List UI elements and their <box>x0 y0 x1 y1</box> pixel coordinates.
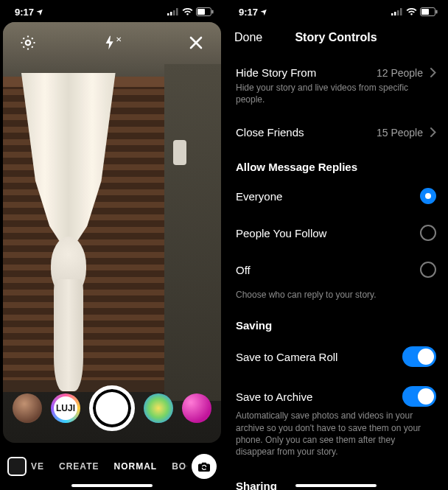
flash-icon[interactable]: ✕ <box>99 29 125 56</box>
battery-icon <box>420 7 438 16</box>
switch-on-icon[interactable] <box>402 346 436 367</box>
svg-rect-14 <box>436 10 438 14</box>
header: Done Story Controls <box>224 22 448 53</box>
row-label: Everyone <box>236 190 282 203</box>
row-label: People You Follow <box>236 227 326 239</box>
svg-rect-3 <box>176 8 178 15</box>
shutter-button[interactable] <box>89 385 135 431</box>
status-time: 9:17 ➤ <box>239 7 267 18</box>
close-icon[interactable] <box>183 29 209 56</box>
row-save-archive[interactable]: Save to Archive Automatically save photo… <box>224 377 448 468</box>
done-button[interactable]: Done <box>234 31 262 44</box>
status-right <box>391 7 438 16</box>
status-right <box>167 7 214 16</box>
home-indicator[interactable] <box>71 484 153 487</box>
chevron-right-icon <box>430 68 436 77</box>
svg-rect-10 <box>397 10 399 15</box>
camera-viewport[interactable]: ✕ LUJI <box>3 22 221 443</box>
svg-point-7 <box>26 41 30 45</box>
svg-rect-2 <box>173 10 175 15</box>
svg-rect-0 <box>167 13 169 15</box>
lens-rainbow-filter[interactable] <box>144 393 173 423</box>
radio-unselected-icon[interactable] <box>420 262 436 278</box>
battery-icon <box>196 7 214 16</box>
location-arrow-icon: ➤ <box>259 7 268 16</box>
wifi-icon <box>406 8 417 16</box>
switch-camera-button[interactable] <box>192 454 217 479</box>
svg-rect-6 <box>212 10 214 14</box>
story-controls-screen: 9:17 ➤ Done Story Controls Hide Story Fr… <box>224 0 448 490</box>
row-label: Save to Archive <box>236 391 312 403</box>
mode-normal[interactable]: NORMAL <box>113 461 157 472</box>
section-allow-replies: Allow Message Replies <box>224 149 448 178</box>
location-arrow-icon: ➤ <box>35 7 44 16</box>
row-close-friends[interactable]: Close Friends 15 People <box>224 116 448 149</box>
lens-carousel[interactable]: LUJI <box>3 385 221 431</box>
row-subtext: Automatically save photos and videos in … <box>236 410 436 458</box>
row-label: Save to Camera Roll <box>236 351 337 363</box>
radio-selected-icon[interactable] <box>420 188 436 204</box>
lens-luji-filter[interactable]: LUJI <box>51 393 80 423</box>
mode-create[interactable]: CREATE <box>59 461 99 472</box>
radio-unselected-icon[interactable] <box>420 225 436 241</box>
cell-signal-icon <box>391 8 403 15</box>
row-label: Hide Story From <box>236 66 316 79</box>
cell-signal-icon <box>167 8 179 15</box>
status-bar: 9:17 ➤ <box>224 0 448 21</box>
camera-preview-image <box>3 22 221 443</box>
row-label: Close Friends <box>236 126 304 139</box>
row-subtext: Hide your story and live videos from spe… <box>236 82 436 105</box>
status-bar: 9:17 ➤ <box>0 0 224 21</box>
wifi-icon <box>182 8 193 16</box>
row-label: Off <box>236 264 251 276</box>
svg-rect-9 <box>394 12 396 15</box>
row-save-camera-roll[interactable]: Save to Camera Roll <box>224 336 448 377</box>
mode-boomerang[interactable]: BOOMERANG <box>172 461 187 472</box>
section-hint: Choose who can reply to your story. <box>224 288 448 307</box>
svg-rect-11 <box>400 8 402 15</box>
lens-face-filter[interactable] <box>13 393 42 423</box>
svg-rect-8 <box>391 13 393 15</box>
svg-rect-13 <box>421 9 429 15</box>
status-time: 9:17 ➤ <box>15 7 43 18</box>
camera-bottom-bar: VE CREATE NORMAL BOOMERANG <box>0 443 224 490</box>
lens-glitter-filter[interactable] <box>182 393 211 423</box>
gallery-button[interactable] <box>7 457 27 476</box>
row-hide-story-from[interactable]: Hide Story From 12 People Hide your stor… <box>224 57 448 116</box>
row-value: 15 People <box>377 127 423 139</box>
row-reply-followed[interactable]: People You Follow <box>224 214 448 251</box>
settings-gear-icon[interactable] <box>15 29 41 56</box>
row-reply-everyone[interactable]: Everyone <box>224 178 448 214</box>
settings-list[interactable]: Hide Story From 12 People Hide your stor… <box>224 53 448 490</box>
switch-on-icon[interactable] <box>402 386 436 407</box>
svg-rect-5 <box>197 9 205 15</box>
svg-rect-1 <box>170 12 172 15</box>
chevron-right-icon <box>430 127 436 137</box>
mode-live[interactable]: VE <box>31 461 44 472</box>
home-indicator[interactable] <box>295 484 377 487</box>
row-value: 12 People <box>377 67 423 79</box>
row-reply-off[interactable]: Off <box>224 251 448 288</box>
camera-screen: 9:17 ➤ <box>0 0 224 490</box>
section-saving: Saving <box>224 307 448 336</box>
mode-selector[interactable]: VE CREATE NORMAL BOOMERANG <box>31 461 187 472</box>
